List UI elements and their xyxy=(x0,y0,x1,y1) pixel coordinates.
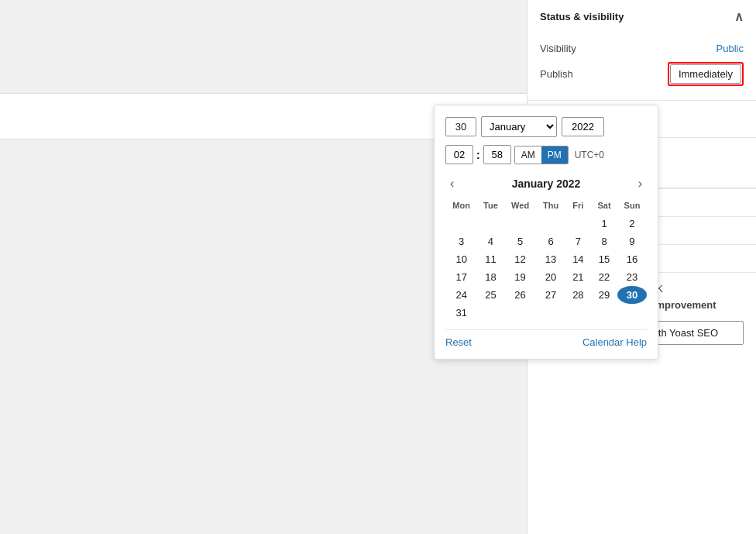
calendar-help-link[interactable]: Calendar Help xyxy=(582,336,647,348)
status-visibility-collapse-icon[interactable]: ∧ xyxy=(734,9,744,24)
calendar-empty-cell xyxy=(617,304,647,322)
calendar-day-cell[interactable]: 1 xyxy=(591,215,617,233)
status-visibility-title: Status & visibility xyxy=(540,11,624,22)
calendar-empty-cell xyxy=(537,215,565,233)
col-tue: Tue xyxy=(477,198,503,215)
calendar-week-row: 17181920212223 xyxy=(445,268,647,286)
status-visibility-header: Status & visibility ∧ xyxy=(527,0,756,33)
calendar-empty-cell xyxy=(445,215,477,233)
col-fri: Fri xyxy=(565,198,592,215)
prev-month-button[interactable]: ‹ xyxy=(445,175,459,192)
calendar-day-cell[interactable]: 24 xyxy=(445,286,477,304)
visibility-label: Visibility xyxy=(540,43,576,54)
day-headers-row: Mon Tue Wed Thu Fri Sat Sun xyxy=(445,198,647,215)
month-select[interactable]: January February March April May June Ju… xyxy=(481,116,557,137)
calendar-day-cell[interactable]: 5 xyxy=(504,233,537,250)
status-visibility-section: Status & visibility ∧ Visibility Public … xyxy=(527,0,756,101)
calendar-day-cell[interactable]: 30 xyxy=(617,286,647,304)
calendar-empty-cell xyxy=(565,215,592,233)
calendar-empty-cell xyxy=(477,304,503,322)
calendar-week-row: 3456789 xyxy=(445,233,647,250)
calendar-day-cell[interactable]: 15 xyxy=(591,250,617,268)
calendar-day-cell[interactable]: 16 xyxy=(617,250,647,268)
calendar-day-cell[interactable]: 29 xyxy=(591,286,617,304)
col-mon: Mon xyxy=(445,198,477,215)
calendar-week-row: 31 xyxy=(445,304,647,322)
calendar-day-cell[interactable]: 20 xyxy=(537,268,565,286)
calendar-day-cell[interactable]: 12 xyxy=(504,250,537,268)
calendar-week-row: 12 xyxy=(445,215,647,233)
calendar-day-cell[interactable]: 23 xyxy=(617,268,647,286)
calendar-day-cell[interactable]: 18 xyxy=(477,268,503,286)
visibility-row: Visibility Public xyxy=(540,40,744,57)
year-input[interactable] xyxy=(562,117,604,136)
calendar-footer: Reset Calendar Help xyxy=(445,329,647,348)
calendar-day-cell[interactable]: 11 xyxy=(477,250,503,268)
calendar-week-row: 24252627282930 xyxy=(445,286,647,304)
col-sat: Sat xyxy=(591,198,617,215)
publish-row: Publish Immediately xyxy=(540,57,744,91)
calendar-day-cell[interactable]: 6 xyxy=(537,233,565,250)
col-sun: Sun xyxy=(617,198,647,215)
calendar-day-cell[interactable]: 10 xyxy=(445,250,477,268)
minute-input[interactable] xyxy=(483,145,511,164)
calendar-day-cell[interactable]: 14 xyxy=(565,250,592,268)
calendar-empty-cell xyxy=(504,304,537,322)
next-month-button[interactable]: › xyxy=(634,175,647,192)
calendar-reset-link[interactable]: Reset xyxy=(445,336,472,348)
calendar-body: 1234567891011121314151617181920212223242… xyxy=(445,215,647,322)
calendar-header: Mon Tue Wed Thu Fri Sat Sun xyxy=(445,198,647,215)
visibility-value-link[interactable]: Public xyxy=(716,43,744,54)
time-row: : AM PM UTC+0 xyxy=(445,145,647,164)
utc-label: UTC+0 xyxy=(575,150,604,160)
calendar-day-cell[interactable]: 4 xyxy=(477,233,503,250)
calendar-day-cell[interactable]: 21 xyxy=(565,268,592,286)
calendar-popup: January February March April May June Ju… xyxy=(434,105,658,360)
am-button[interactable]: AM xyxy=(515,146,541,164)
calendar-day-cell[interactable]: 17 xyxy=(445,268,477,286)
col-thu: Thu xyxy=(537,198,565,215)
calendar-week-row: 10111213141516 xyxy=(445,250,647,268)
calendar-day-cell[interactable]: 7 xyxy=(565,233,592,250)
calendar-grid: Mon Tue Wed Thu Fri Sat Sun 123456789101… xyxy=(445,198,647,322)
calendar-day-cell[interactable]: 8 xyxy=(591,233,617,250)
calendar-month-year: January 2022 xyxy=(512,177,581,190)
time-colon: : xyxy=(476,149,480,161)
calendar-day-cell[interactable]: 19 xyxy=(504,268,537,286)
am-pm-toggle: AM PM xyxy=(514,146,569,164)
calendar-day-cell[interactable]: 13 xyxy=(537,250,565,268)
calendar-day-cell[interactable]: 9 xyxy=(617,233,647,250)
calendar-day-cell[interactable]: 2 xyxy=(617,215,647,233)
immediately-button[interactable]: Immediately xyxy=(670,64,741,84)
calendar-empty-cell xyxy=(477,215,503,233)
calendar-nav: ‹ January 2022 › xyxy=(445,175,647,192)
calendar-day-cell[interactable]: 27 xyxy=(537,286,565,304)
publish-highlight-box: Immediately xyxy=(668,62,744,86)
hour-input[interactable] xyxy=(445,145,473,164)
calendar-day-cell[interactable]: 22 xyxy=(591,268,617,286)
calendar-day-cell[interactable]: 25 xyxy=(477,286,503,304)
day-input[interactable] xyxy=(445,117,476,136)
pm-button[interactable]: PM xyxy=(541,146,568,164)
calendar-day-cell[interactable]: 26 xyxy=(504,286,537,304)
publish-label: Publish xyxy=(540,68,573,80)
calendar-day-cell[interactable]: 28 xyxy=(565,286,592,304)
calendar-empty-cell xyxy=(504,215,537,233)
calendar-empty-cell xyxy=(591,304,617,322)
col-wed: Wed xyxy=(504,198,537,215)
calendar-day-cell[interactable]: 31 xyxy=(445,304,477,322)
calendar-day-cell[interactable]: 3 xyxy=(445,233,477,250)
calendar-empty-cell xyxy=(537,304,565,322)
date-row: January February March April May June Ju… xyxy=(445,116,647,137)
status-visibility-body: Visibility Public Publish Immediately xyxy=(527,33,756,100)
calendar-empty-cell xyxy=(565,304,592,322)
